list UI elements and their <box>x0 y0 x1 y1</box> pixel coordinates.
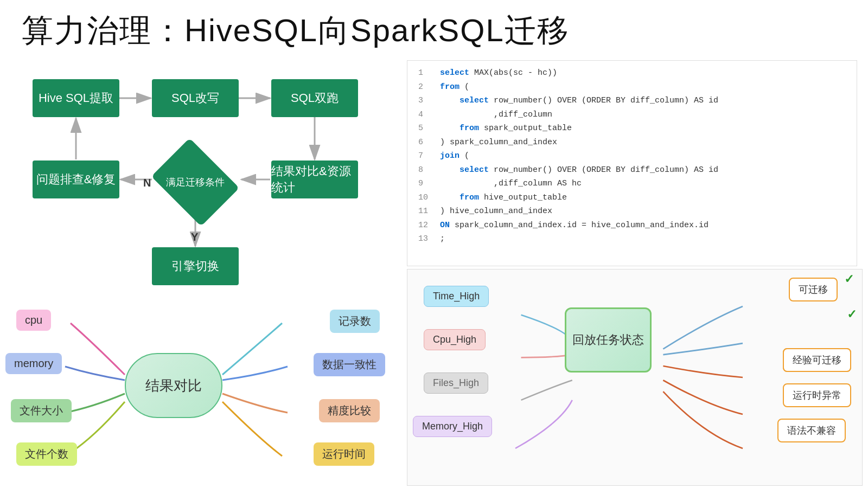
code-block: 1 select MAX(abs(sc - hc)) 2 from ( 3 se… <box>407 60 857 266</box>
node-filecount: 文件个数 <box>16 442 77 466</box>
right-panel: 1 select MAX(abs(sc - hc)) 2 from ( 3 se… <box>396 57 868 488</box>
check-mark-2: ✓ <box>847 307 857 322</box>
code-line-13: 13 ; <box>418 232 846 246</box>
page-title: 算力治理：HiveSQL向SparkSQL迁移 <box>0 0 868 57</box>
code-line-11: 11 ) hive_column_and_index <box>418 204 846 219</box>
node-precision: 精度比较 <box>319 399 380 422</box>
box-problem: 问题排查&修复 <box>33 160 119 198</box>
check-mark-1: ✓ <box>844 272 854 286</box>
label-y: Y <box>191 231 198 243</box>
code-line-6: 6 ) spark_column_and_index <box>418 136 846 150</box>
status-node-exp-migrate: 经验可迁移 <box>783 348 851 372</box>
diamond-condition: 满足迁移条件 <box>152 150 239 215</box>
code-line-10: 10 from hive_output_table <box>418 191 846 205</box>
status-node-runtime-err: 运行时异常 <box>783 383 851 407</box>
code-line-4: 4 ,diff_column <box>418 108 846 122</box>
box-sql-dual: SQL双跑 <box>271 79 358 117</box>
code-line-5: 5 from spark_output_table <box>418 121 846 136</box>
status-map: 回放任务状态 Time_High Cpu_High Files_High Mem… <box>407 269 863 486</box>
status-node-cpu: Cpu_High <box>424 329 486 350</box>
status-node-syntax: 语法不兼容 <box>777 419 846 442</box>
status-node-time: Time_High <box>424 286 489 307</box>
node-runtime: 运行时间 <box>314 442 374 466</box>
label-n: N <box>143 177 151 189</box>
status-center: 回放任务状态 <box>565 307 652 373</box>
status-node-memory: Memory_High <box>413 416 492 437</box>
status-node-migratable: 可迁移 <box>789 278 838 301</box>
code-line-12: 12 ON spark_column_and_index.id = hive_c… <box>418 219 846 233</box>
status-node-files: Files_High <box>424 373 488 394</box>
box-sql-rewrite: SQL改写 <box>152 79 239 117</box>
code-line-3: 3 select row_number() OVER (ORDER BY dif… <box>418 94 846 108</box>
node-records: 记录数 <box>330 310 380 333</box>
left-panel: Hive SQL提取 SQL改写 SQL双跑 问题排查&修复 结果对比&资源统计… <box>0 57 396 488</box>
box-hive: Hive SQL提取 <box>33 79 119 117</box>
node-consistency: 数据一致性 <box>314 353 385 376</box>
box-engine-switch: 引擎切换 <box>152 247 239 285</box>
box-result-compare: 结果对比&资源统计 <box>271 160 358 198</box>
code-line-8: 8 select row_number() OVER (ORDER BY dif… <box>418 163 846 177</box>
code-line-2: 2 from ( <box>418 80 846 94</box>
mind-center: 结果对比 <box>125 353 222 418</box>
mind-map: 结果对比 cpu memory 文件大小 文件个数 记录数 数据一致性 精度比较… <box>5 299 385 488</box>
node-memory: memory <box>5 353 62 374</box>
node-filesize: 文件大小 <box>11 399 72 422</box>
code-line-1: 1 select MAX(abs(sc - hc)) <box>418 66 846 80</box>
flowchart: Hive SQL提取 SQL改写 SQL双跑 问题排查&修复 结果对比&资源统计… <box>16 63 385 280</box>
node-cpu: cpu <box>16 310 51 331</box>
code-line-9: 9 ,diff_column AS hc <box>418 177 846 191</box>
code-line-7: 7 join ( <box>418 149 846 163</box>
